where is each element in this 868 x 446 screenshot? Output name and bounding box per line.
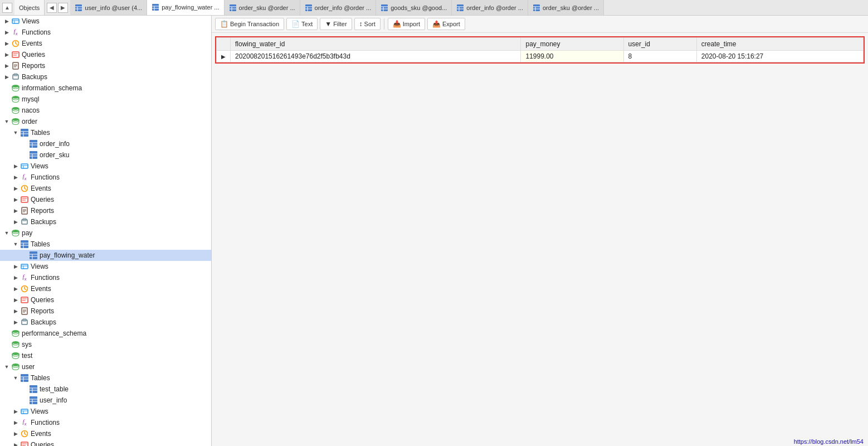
tree-toggle[interactable]: ▶	[2, 50, 11, 59]
tab-objects[interactable]: Objects	[14, 0, 45, 16]
tree-toggle[interactable]: ▶	[11, 418, 20, 427]
tree-item[interactable]: ▶Events	[0, 283, 211, 294]
tree-item[interactable]: ▶Reports	[0, 205, 211, 216]
tree-toggle[interactable]	[2, 329, 11, 338]
tree-toggle[interactable]: ▶	[11, 440, 20, 446]
tab-nav-right[interactable]: ▶	[58, 3, 68, 13]
tree-item[interactable]: ▼order	[0, 116, 211, 127]
tree-toggle[interactable]	[20, 396, 29, 405]
tree-item[interactable]: ▶Reports	[0, 60, 211, 71]
tree-toggle[interactable]: ▶	[11, 295, 20, 304]
tree-item[interactable]: ▶Events	[0, 428, 211, 439]
tree-toggle[interactable]	[2, 95, 11, 104]
tab-1[interactable]: pay_flowing_water ...	[147, 0, 224, 16]
tree-item[interactable]: order_sku	[0, 149, 211, 161]
sort-button[interactable]: ↕ Sort	[354, 18, 381, 30]
tree-item[interactable]: ▶Reports	[0, 306, 211, 317]
tab-4[interactable]: goods_sku @good...	[376, 0, 452, 16]
tree-toggle[interactable]: ▶	[11, 429, 20, 438]
tree-item[interactable]: sys	[0, 339, 211, 350]
tab-6[interactable]: order_sku @order ...	[528, 0, 604, 16]
tree-toggle[interactable]: ▼	[2, 362, 11, 371]
tree-item[interactable]: ▶Queries	[0, 294, 211, 306]
tree-item[interactable]: pay_flowing_water	[0, 250, 211, 261]
grid-column-header[interactable]: create_time	[696, 38, 863, 51]
tree-item[interactable]: ▶Queries	[0, 49, 211, 60]
tree-item[interactable]: information_schema	[0, 83, 211, 94]
tree-item[interactable]: ▶fxFunctions	[0, 27, 211, 38]
table-row[interactable]: ▶202008201516261493e76d2f5b3fb43d11999.0…	[217, 51, 864, 62]
tree-toggle[interactable]: ▼	[2, 229, 11, 237]
tree-toggle[interactable]	[20, 251, 29, 260]
tree-item[interactable]: ▼Tables	[0, 372, 211, 384]
tree-item[interactable]: performance_schema	[0, 328, 211, 339]
filter-button[interactable]: ▼ Filter	[320, 18, 352, 30]
tree-toggle[interactable]: ▼	[11, 128, 20, 137]
tree-toggle[interactable]	[2, 340, 11, 349]
text-button[interactable]: 📄 Text	[286, 18, 318, 30]
tree-item[interactable]: ▼Tables	[0, 127, 211, 138]
tree-toggle[interactable]: ▶	[11, 206, 20, 215]
tree-item[interactable]: ▶Views	[0, 406, 211, 417]
tree-item[interactable]: order_info	[0, 138, 211, 149]
tab-2[interactable]: order_sku @order ...	[225, 0, 300, 16]
tree-toggle[interactable]: ▼	[2, 117, 11, 126]
tree-item[interactable]: ▶Queries	[0, 439, 211, 446]
tree-item[interactable]: user_info	[0, 395, 211, 406]
tree-toggle[interactable]	[2, 84, 11, 93]
tree-item[interactable]: ▶Queries	[0, 194, 211, 205]
tree-item[interactable]: ▶Backups	[0, 317, 211, 328]
tree-toggle[interactable]: ▶	[11, 195, 20, 204]
tree-item[interactable]: test	[0, 350, 211, 361]
tree-item[interactable]: nacos	[0, 105, 211, 116]
tree-item[interactable]: mysql	[0, 94, 211, 105]
tree-item[interactable]: ▶Backups	[0, 71, 211, 83]
tree-item[interactable]: ▶Views	[0, 16, 211, 27]
tree-toggle[interactable]: ▶	[11, 273, 20, 282]
tree-item[interactable]: ▶Backups	[0, 216, 211, 227]
begin-transaction-button[interactable]: 📋 Begin Transaction	[215, 18, 284, 30]
tree-toggle[interactable]	[20, 151, 29, 159]
tree-toggle[interactable]: ▼	[11, 374, 20, 382]
tree-toggle[interactable]: ▶	[2, 28, 11, 37]
tab-3[interactable]: order_info @order ...	[300, 0, 377, 16]
tree-toggle[interactable]: ▶	[11, 262, 20, 271]
tree-toggle[interactable]	[2, 351, 11, 360]
tree-toggle[interactable]: ▶	[2, 17, 11, 26]
tab-nav-up[interactable]: ▲	[2, 3, 12, 13]
tree-toggle[interactable]: ▶	[11, 173, 20, 182]
tree-toggle[interactable]	[20, 385, 29, 394]
tree-item[interactable]: ▶fxFunctions	[0, 172, 211, 183]
tree-item[interactable]: ▶Events	[0, 38, 211, 49]
tree-toggle[interactable]: ▶	[11, 217, 20, 226]
tree-item[interactable]: ▼Tables	[0, 239, 211, 250]
tree-toggle[interactable]: ▼	[11, 240, 20, 249]
tree-item[interactable]: ▼pay	[0, 227, 211, 239]
tab-nav-left[interactable]: ◀	[47, 3, 57, 13]
tree-toggle[interactable]: ▶	[11, 318, 20, 327]
tree-toggle[interactable]	[2, 106, 11, 115]
tree-toggle[interactable]	[20, 139, 29, 148]
tree-toggle[interactable]: ▶	[2, 61, 11, 70]
tree-toggle[interactable]: ▶	[11, 184, 20, 193]
export-button[interactable]: 📤 Export	[427, 18, 465, 30]
grid-column-header[interactable]: pay_money	[521, 38, 623, 51]
grid-cell[interactable]: 8	[623, 51, 696, 62]
tree-item[interactable]: ▼user	[0, 361, 211, 372]
tree-item[interactable]: ▶Events	[0, 183, 211, 194]
tree-item[interactable]: ▶Views	[0, 161, 211, 172]
tree-toggle[interactable]: ▶	[11, 162, 20, 171]
tab-0[interactable]: user_info @user (4...	[70, 0, 147, 16]
tree-item[interactable]: ▶fxFunctions	[0, 417, 211, 428]
tree-item[interactable]: test_table	[0, 384, 211, 395]
tree-toggle[interactable]: ▶	[11, 307, 20, 316]
grid-cell[interactable]: 202008201516261493e76d2f5b3fb43d	[231, 51, 521, 62]
grid-cell[interactable]: 11999.00	[521, 51, 623, 62]
tree-toggle[interactable]: ▶	[2, 72, 11, 81]
tree-toggle[interactable]: ▶	[11, 284, 20, 293]
tree-item[interactable]: ▶Views	[0, 261, 211, 272]
import-button[interactable]: 📥 Import	[388, 18, 425, 30]
grid-column-header[interactable]: flowing_water_id	[231, 38, 521, 51]
grid-cell[interactable]: 2020-08-20 15:16:27	[696, 51, 863, 62]
tab-5[interactable]: order_info @order ...	[452, 0, 528, 16]
